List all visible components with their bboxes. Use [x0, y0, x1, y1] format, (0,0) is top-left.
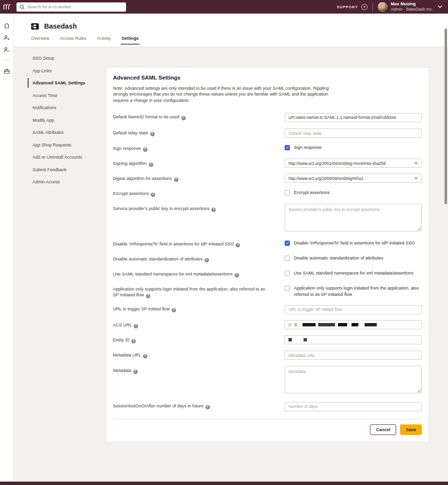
field-label: Sign response: [113, 146, 141, 151]
field-label: Disable 'InResponseTo' field in assertio…: [113, 242, 234, 246]
text-input[interactable]: [285, 113, 422, 122]
text-input[interactable]: [285, 305, 422, 314]
field-label: Default NameID format to be used: [113, 114, 179, 119]
user-info: Max Musing Admin · BaseDash Inc.: [391, 1, 433, 12]
help-icon[interactable]: ?: [211, 208, 216, 212]
tab-access-rules[interactable]: Access Rules: [60, 36, 87, 44]
sidebar-item-access-time[interactable]: Access Time: [28, 91, 108, 100]
help-icon[interactable]: ?: [172, 308, 176, 312]
field-control: Disable automatic standardization of att…: [285, 254, 422, 263]
sidebar-item-modify-app[interactable]: Modify App: [28, 115, 108, 125]
search-box[interactable]: [16, 2, 126, 12]
field-control: [285, 128, 422, 138]
basedash-logo-icon: [31, 23, 39, 30]
field-control: [285, 350, 422, 360]
search-icon: [19, 4, 25, 10]
tab-overview[interactable]: Overview: [31, 36, 49, 44]
help-icon[interactable]: ?: [143, 147, 147, 152]
text-input[interactable]: [285, 402, 422, 411]
sidebar-item-add-or-uninstall-accounts[interactable]: Add or Uninstall Accounts: [28, 152, 108, 162]
redacted-block: [338, 323, 347, 326]
field-control: Encrypt assertions: [285, 189, 422, 198]
sidebar-item-admin-access[interactable]: Admin Access: [28, 177, 108, 187]
help-icon[interactable]: ?: [235, 273, 239, 277]
text-input[interactable]: [285, 129, 422, 138]
checkbox[interactable]: [285, 256, 290, 261]
briefcase-icon[interactable]: [0, 65, 14, 77]
bottom-bar: [0, 482, 448, 485]
help-icon[interactable]: ?: [131, 339, 136, 343]
sidebar-item-submit-feedback[interactable]: Submit Feedback: [28, 165, 108, 175]
redacted-block: [352, 323, 358, 326]
content-area: SSO Setup App Links Advanced SAML Settin…: [14, 47, 448, 482]
field-label: Disable automatic standardization of att…: [113, 257, 203, 261]
scrollbar[interactable]: [445, 29, 447, 204]
help-icon[interactable]: ?: [181, 116, 186, 120]
redacted-value[interactable]: [285, 335, 422, 344]
sidebar-item-saml-attributes[interactable]: SAML Attributes: [28, 128, 108, 137]
textarea-input[interactable]: [285, 366, 422, 393]
form-row-entity-id: Entity ID?: [113, 335, 422, 344]
avatar[interactable]: [378, 2, 387, 12]
form-row-disable-automatic-standardization-of-attributes: Disable automatic standardization of att…: [113, 254, 422, 263]
select-dropdown[interactable]: http://www.w3.org/2000/09/xmldsig#sha1: [285, 174, 422, 183]
support-link[interactable]: SUPPORT: [337, 5, 358, 9]
checkbox-label: Use SAML standard namespaces for xml met…: [294, 270, 414, 276]
field-control: [285, 204, 422, 233]
tab-bar: Overview Access Rules Activity Settings: [14, 36, 448, 44]
form-row-encrypt-assertions: Encrypt assertions? Encrypt assertions: [113, 189, 422, 198]
remove-person-icon[interactable]: [0, 44, 14, 56]
help-icon[interactable]: ?: [205, 258, 209, 262]
help-circle-icon[interactable]: ?: [361, 4, 368, 10]
sidebar-item-app-shop-requests[interactable]: App Shop Requests: [28, 140, 108, 150]
field-control: http://www.w3.org/2000/09/xmldsig#sha1: [285, 174, 422, 183]
form-row-default-relay-state: Default relay state?: [113, 128, 422, 138]
textarea-input[interactable]: [285, 204, 422, 231]
rippling-logo-icon[interactable]: [0, 0, 14, 14]
sidebar-item-app-links[interactable]: App Links: [28, 66, 108, 76]
field-label: Digest algorithm for assertions: [113, 176, 172, 181]
sidebar-item-sso-setup[interactable]: SSO Setup: [28, 53, 108, 63]
topbar-right: SUPPORT ? Max Musing Admin · BaseDash In…: [337, 1, 448, 12]
help-icon[interactable]: ?: [174, 178, 178, 182]
field-label: Service provider's public key to encrypt…: [113, 206, 209, 211]
field-control: [285, 320, 422, 329]
select-dropdown[interactable]: http://www.w3.org/2001/04/xmldsig-more#r…: [285, 159, 422, 168]
checkbox[interactable]: [285, 190, 290, 195]
help-icon[interactable]: ?: [134, 324, 138, 328]
help-icon[interactable]: ?: [236, 243, 240, 247]
save-button[interactable]: Save: [400, 424, 422, 435]
help-icon[interactable]: ?: [133, 370, 138, 374]
checkbox-field: Sign response: [285, 144, 422, 151]
redacted-block: [318, 323, 335, 326]
user-name: Max Musing: [391, 1, 433, 7]
sidebar-item-notifications[interactable]: Notifications: [28, 103, 108, 113]
sidebar-item-advanced-saml-settings[interactable]: Advanced SAML Settings: [28, 78, 108, 88]
checkbox[interactable]: [285, 145, 290, 150]
redacted-value[interactable]: [285, 320, 422, 329]
field-control: [285, 112, 422, 122]
cancel-button[interactable]: Cancel: [370, 424, 396, 435]
help-icon[interactable]: ?: [151, 193, 155, 197]
panel-title: Advanced SAML Settings: [113, 75, 422, 81]
add-person-icon[interactable]: [0, 32, 14, 44]
field-label: SessionNotOnOrAfter number of days in fu…: [113, 404, 204, 408]
tab-activity[interactable]: Activity: [97, 36, 111, 44]
tab-settings[interactable]: Settings: [122, 36, 139, 44]
checkbox-field: Use SAML standard namespaces for xml met…: [285, 269, 422, 276]
checkbox[interactable]: [285, 271, 290, 276]
help-icon[interactable]: ?: [150, 132, 155, 136]
field-control: http://www.w3.org/2001/04/xmldsig-more#r…: [285, 159, 422, 168]
help-icon[interactable]: ?: [143, 354, 147, 358]
help-icon[interactable]: ?: [149, 162, 153, 167]
chevron-down-icon[interactable]: [438, 5, 442, 8]
home-icon[interactable]: [0, 19, 14, 32]
help-icon[interactable]: ?: [146, 294, 150, 298]
search-input[interactable]: [27, 4, 119, 9]
text-input[interactable]: [285, 351, 422, 360]
field-label: Metadata: [113, 368, 131, 373]
field-control: [285, 335, 422, 344]
checkbox[interactable]: [285, 241, 290, 246]
checkbox[interactable]: [285, 286, 290, 291]
help-icon[interactable]: ?: [206, 405, 210, 409]
